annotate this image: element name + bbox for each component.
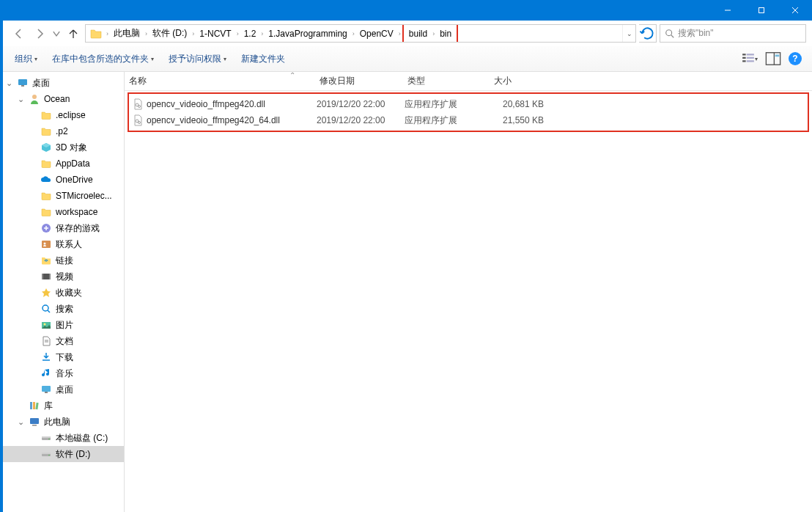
column-resize-handle-icon[interactable]: ⌃ [289,71,295,79]
tree-item[interactable]: 保存的游戏 [0,220,124,236]
tree-item[interactable]: .eclipse [0,107,124,123]
tree-item[interactable]: ⌄此电脑 [0,414,124,430]
navigation-tree[interactable]: ⌄桌面⌄Ocean.eclipse.p23D 对象AppDataOneDrive… [0,72,125,512]
tree-item[interactable]: 音乐 [0,365,124,381]
tree-item[interactable]: 软件 (D:) [0,446,124,462]
svg-rect-22 [42,274,43,279]
chevron-right-icon: › [431,30,436,37]
share-menu[interactable]: 授予访问权限▾ [164,51,231,67]
column-date[interactable]: 修改日期 [315,75,403,87]
organize-menu[interactable]: 组织▾ [10,51,42,67]
forward-button[interactable] [31,25,48,43]
dll-file-icon [131,98,144,111]
maximize-button[interactable] [745,0,778,21]
svg-rect-12 [766,53,780,65]
tree-item-label: AppData [56,158,90,169]
include-in-library-menu[interactable]: 在库中包含所选的文件夹▾ [48,51,158,67]
links-icon [40,254,53,267]
breadcrumb-segment[interactable]: OpenCV [356,25,397,42]
minimize-button[interactable] [711,0,745,21]
refresh-button[interactable] [639,24,657,43]
breadcrumb[interactable]: › 此电脑›软件 (D:)›1-NCVT›1.2›1.JavaProgrammi… [86,25,622,42]
tree-expand-icon[interactable]: ⌄ [16,95,25,104]
tree-item[interactable]: 本地磁盘 (C:) [0,430,124,446]
svg-point-4 [666,29,672,35]
folder-icon [40,157,53,170]
column-name[interactable]: 名称 [125,75,315,87]
svg-rect-16 [21,85,24,87]
preview-pane-button[interactable] [765,51,781,67]
file-row[interactable]: opencv_videoio_ffmpeg420_64.dll2019/12/2… [129,112,808,128]
fav-icon [40,286,53,299]
tree-item[interactable]: 文档 [0,333,124,349]
drive-icon [40,431,53,445]
svg-point-43 [48,455,50,456]
file-name: opencv_videoio_ffmpeg420.dll [147,99,265,109]
view-options-button[interactable]: ▾ [742,51,758,67]
tree-item[interactable]: ⌄桌面 [0,75,124,91]
breadcrumb-highlight: build›bin [402,25,458,42]
tree-item[interactable]: 下载 [0,349,124,365]
new-folder-button[interactable]: 新建文件夹 [237,51,289,67]
pictures-icon [40,318,53,332]
tree-item[interactable]: .p2 [0,123,124,139]
video-icon [40,270,53,283]
svg-rect-1 [759,8,764,13]
music-icon [40,367,53,380]
tree-item-label: 链接 [56,255,73,267]
tree-item[interactable]: 视频 [0,268,124,285]
svg-rect-35 [35,403,38,409]
svg-line-5 [671,34,674,37]
tree-item-label: 此电脑 [44,416,70,428]
tree-item-label: .eclipse [56,110,86,120]
onedrive-icon [40,173,53,186]
tree-item[interactable]: STMicroelec... [0,188,124,204]
tree-item[interactable]: 联系人 [0,236,124,252]
svg-point-40 [48,439,50,440]
tree-expand-icon[interactable]: ⌄ [16,417,25,427]
svg-rect-33 [30,402,32,409]
tree-item[interactable]: 收藏夹 [0,285,124,301]
svg-point-27 [44,323,46,326]
close-button[interactable] [778,0,812,21]
tree-item[interactable]: workspace [0,204,124,220]
file-row[interactable]: opencv_videoio_ffmpeg420.dll2019/12/20 2… [129,96,808,112]
address-dropdown[interactable]: ⌄ [622,25,635,42]
svg-rect-7 [747,54,754,55]
tree-expand-icon[interactable]: ⌄ [4,78,13,88]
column-size[interactable]: 大小 [490,75,556,87]
recent-dropdown[interactable] [51,25,62,43]
breadcrumb-segment[interactable]: bin [436,25,455,42]
back-button[interactable] [10,25,28,43]
svg-rect-11 [747,60,754,62]
breadcrumb-segment[interactable]: 此电脑 [110,25,144,42]
tree-item-label: .p2 [56,126,68,136]
tree-item[interactable]: 库 [0,398,124,414]
tree-item[interactable]: 3D 对象 [0,139,124,156]
breadcrumb-segment[interactable]: 1-NCVT [196,25,235,42]
tree-item[interactable]: 桌面 [0,381,124,398]
help-button[interactable]: ? [789,52,802,65]
games-icon [40,222,53,235]
tree-item[interactable]: 链接 [0,252,124,268]
contacts-icon [40,238,53,251]
breadcrumb-segment[interactable]: build [405,25,431,42]
breadcrumb-segment[interactable]: 软件 (D:) [149,25,191,42]
tree-item-label: 搜索 [56,303,73,315]
breadcrumb-segment[interactable]: 1.2 [240,25,260,42]
file-date: 2019/12/20 22:00 [317,115,405,125]
search-placeholder: 搜索"bin" [678,27,714,40]
tree-item[interactable]: 图片 [0,317,124,333]
column-headers[interactable]: 名称 修改日期 类型 大小 ⌃ [125,72,812,91]
tree-item[interactable]: AppData [0,156,124,172]
tree-item[interactable]: ⌄Ocean [0,91,124,107]
column-type[interactable]: 类型 [403,75,490,87]
file-type: 应用程序扩展 [405,114,491,127]
breadcrumb-segment[interactable]: 1.JavaProgramming [265,25,350,42]
search-icon [665,29,675,39]
up-button[interactable] [64,25,82,43]
tree-item[interactable]: 搜索 [0,301,124,317]
search-input[interactable]: 搜索"bin" [660,24,806,43]
tree-item[interactable]: OneDrive [0,172,124,188]
toolbar: 组织▾ 在库中包含所选的文件夹▾ 授予访问权限▾ 新建文件夹 ▾ ? [0,46,812,72]
